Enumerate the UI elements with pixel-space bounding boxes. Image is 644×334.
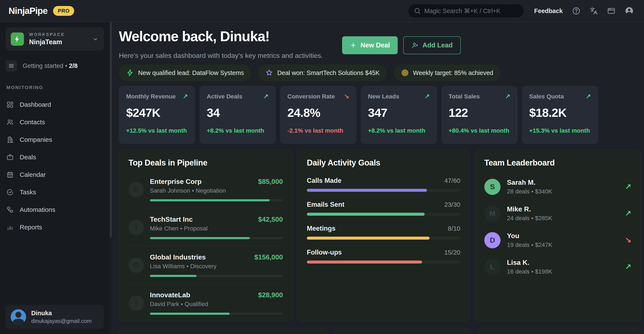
trend-up-icon: ↗: [182, 93, 188, 100]
metric-change: +80.4% vs last month: [448, 127, 510, 134]
partial-panels-row: [119, 329, 639, 334]
daily-activity-goals-panel: Daily Activity Goals Calls Made47/60 Ema…: [297, 150, 470, 322]
workspace-lightning-icon: [11, 32, 24, 46]
metric-total-sales: Total Sales↗ 122 +80.4% vs last month: [441, 86, 518, 144]
panel-title: Team Leaderboard: [484, 158, 632, 167]
brand: NinjaPipe PRO: [8, 6, 74, 16]
calendar-icon: [6, 171, 14, 178]
trend-up-icon: ↗: [625, 182, 632, 191]
sidebar-item-dashboard[interactable]: Dashboard: [0, 96, 110, 113]
chip-weekly-target[interactable]: Weekly target: 85% achieved: [394, 64, 500, 81]
metric-value: 34: [207, 106, 268, 120]
deal-row-innovatelab[interactable]: I InnovateLab$28,900 David Park • Qualif…: [128, 283, 283, 321]
chip-deal-won[interactable]: Deal won: SmartTech Solutions $45K: [258, 64, 387, 81]
metric-monthly-revenue: Monthly Revenue↗ $247K +12.5% vs last mo…: [119, 86, 195, 144]
metric-value: 24.8%: [287, 106, 349, 120]
getting-started[interactable]: Getting started • 2/8: [6, 60, 104, 72]
workspace-label: WORKSPACE: [29, 32, 87, 37]
user-info: Dinuka dinukajayas@gmail.com: [31, 310, 92, 325]
workspace-switcher[interactable]: WORKSPACE NinjaTeam: [6, 27, 104, 51]
team-leaderboard-panel: Team Leaderboard S Sarah M. 28 deals • $…: [475, 150, 641, 322]
member-avatar: S: [484, 179, 500, 195]
deal-row-techstart-inc[interactable]: T TechStart Inc$42,500 Mike Chen • Propo…: [128, 208, 283, 246]
reports-bar-chart-icon: [6, 224, 14, 231]
workspace-text: WORKSPACE NinjaTeam: [29, 32, 87, 46]
sidebar-item-calendar[interactable]: Calendar: [0, 166, 110, 183]
workspace-name: NinjaTeam: [29, 38, 87, 46]
goal-progress-bar: [307, 213, 460, 216]
user-email: dinukajayas@gmail.com: [31, 318, 92, 325]
leaderboard-row-mike[interactable]: M Mike R. 24 deals • $285K ↗: [484, 205, 632, 222]
metric-value: $18.2K: [529, 106, 591, 120]
search-bar[interactable]: [408, 4, 524, 17]
new-deal-button[interactable]: New Deal: [342, 36, 398, 54]
deal-progress-bar: [150, 237, 283, 239]
deal-progress-bar: [150, 199, 283, 201]
partial-panel: [334, 329, 471, 334]
plus-icon: [350, 42, 357, 49]
sidebar-item-deals[interactable]: Deals: [0, 149, 110, 166]
deal-row-enterprise-corp[interactable]: E Enterprise Corp$85,000 Sarah Johnson •…: [128, 170, 283, 208]
leaderboard-row-lisa[interactable]: L Lisa K. 16 deals • $198K ↗: [484, 259, 632, 275]
goal-progress-bar: [307, 237, 460, 240]
star-icon: [265, 69, 273, 77]
window-icon[interactable]: [607, 7, 615, 15]
leaderboard-row-you[interactable]: D You 19 deals • $247K ↘: [484, 232, 632, 248]
menu-icon: [6, 60, 17, 72]
goal-follow-ups: Follow-ups15/20: [307, 249, 460, 264]
deal-row-global-industries[interactable]: G Global Industries$156,000 Lisa William…: [128, 246, 283, 283]
sidebar-item-tasks[interactable]: Tasks: [0, 183, 110, 201]
deal-avatar: E: [128, 182, 144, 197]
sidebar-item-contacts[interactable]: Contacts: [0, 113, 110, 131]
panel-title: Daily Activity Goals: [307, 158, 460, 167]
member-avatar: M: [484, 205, 500, 222]
partial-panel: [477, 329, 640, 334]
trend-up-icon: ↗: [586, 93, 591, 100]
deal-avatar: I: [128, 295, 144, 311]
account-avatar-icon[interactable]: [625, 6, 634, 15]
metric-value: 347: [368, 106, 430, 120]
add-lead-button[interactable]: Add Lead: [403, 36, 461, 54]
companies-building-icon: [6, 136, 14, 143]
sidebar-scrollbar: [110, 22, 112, 334]
sidebar-item-companies[interactable]: Companies: [0, 131, 110, 149]
monitoring-section-label: MONITORING: [6, 85, 110, 90]
user-avatar: [11, 309, 26, 325]
lightning-icon: [126, 69, 134, 77]
tasks-check-circle-icon: [6, 188, 14, 196]
person-plus-icon: [411, 42, 419, 49]
sidebar: WORKSPACE NinjaTeam Getting started • 2/…: [0, 22, 110, 334]
goal-emails-sent: Emails Sent23/30: [307, 201, 460, 216]
metric-new-leads: New Leads↗ 347 +8.2% vs last month: [361, 86, 437, 144]
metric-sales-quota: Sales Quota↗ $18.2K +15.3% vs last month: [522, 86, 598, 144]
leaderboard-row-sarah[interactable]: S Sarah M. 28 deals • $340K ↗: [484, 178, 632, 195]
goal-meetings: Meetings8/10: [307, 225, 460, 240]
automations-workflow-icon: [6, 206, 14, 213]
target-icon: [401, 69, 409, 77]
trend-down-icon: ↘: [344, 93, 349, 100]
metric-change: -2.1% vs last month: [287, 127, 349, 134]
sidebar-item-reports[interactable]: Reports: [0, 218, 110, 236]
goal-progress-bar: [307, 261, 460, 264]
sidebar-item-automations[interactable]: Automations: [0, 201, 110, 218]
deal-avatar: T: [128, 220, 144, 235]
translate-icon[interactable]: [590, 7, 598, 15]
topbar-actions: Feedback: [408, 4, 634, 17]
member-avatar: D: [484, 232, 500, 248]
topbar: NinjaPipe PRO Feedback: [0, 0, 644, 22]
user-profile[interactable]: Dinuka dinukajayas@gmail.com: [6, 305, 104, 329]
metric-change: +8.2% vs last month: [368, 127, 430, 134]
notification-chips: New qualified lead: DataFlow Systems Dea…: [119, 64, 639, 81]
chip-new-lead[interactable]: New qualified lead: DataFlow Systems: [119, 64, 251, 81]
header-buttons: New Deal Add Lead: [342, 36, 461, 54]
help-icon[interactable]: [572, 7, 580, 15]
search-input[interactable]: [424, 7, 518, 14]
metric-active-deals: Active Deals↗ 34 +8.2% vs last month: [200, 86, 276, 144]
scrollbar-thumb[interactable]: [110, 22, 112, 238]
sidebar-nav: Dashboard Contacts Companies: [0, 96, 110, 236]
deal-progress-bar: [150, 313, 283, 315]
feedback-link[interactable]: Feedback: [534, 7, 563, 14]
deal-avatar: G: [128, 258, 144, 273]
partial-panel: [119, 329, 328, 334]
panel-title: Top Deals in Pipeline: [128, 158, 283, 167]
